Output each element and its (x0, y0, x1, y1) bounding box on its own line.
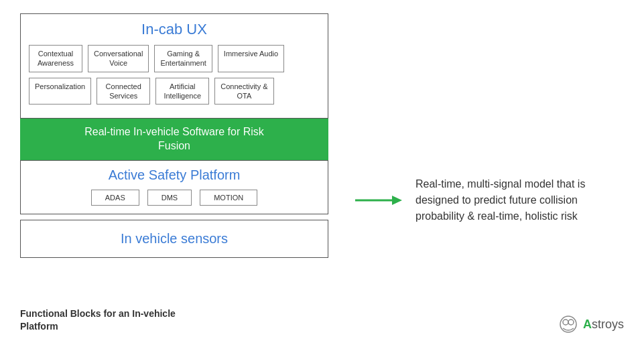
cell-gaming: Gaming &Entertainment (154, 45, 212, 72)
left-panel: In-cab UX ContextualAwareness Conversati… (20, 13, 328, 334)
cell-motion: MOTION (200, 190, 257, 206)
incab-row-2: Personalization ConnectedServices Artifi… (29, 78, 320, 105)
green-bar: Real-time In-vehicle Software for RiskFu… (20, 119, 328, 160)
right-section: Real-time, multi-signal model that is de… (355, 13, 624, 334)
footer-text: Functional Blocks for an In-vehicle Plat… (20, 307, 176, 334)
safety-title: Active Safety Platform (29, 167, 320, 183)
svg-point-4 (568, 320, 574, 325)
footer: Functional Blocks for an In-vehicle Plat… (20, 307, 176, 334)
cell-immersive: Immersive Audio (218, 45, 284, 72)
cell-adas: ADAS (91, 190, 139, 206)
cell-conversational: ConversationalVoice (88, 45, 149, 72)
incab-box: In-cab UX ContextualAwareness Conversati… (20, 13, 328, 119)
logo-name: Astroys (583, 318, 624, 332)
arrow-icon (355, 192, 402, 208)
logo-icon (559, 315, 578, 334)
logo-area: Astroys (559, 315, 624, 334)
sensors-box: In vehicle sensors (20, 220, 328, 258)
incab-row-1: ContextualAwareness ConversationalVoice … (29, 45, 320, 72)
cell-connected: ConnectedServices (96, 78, 150, 105)
sensors-title: In vehicle sensors (29, 231, 320, 247)
cell-connectivity: Connectivity &OTA (214, 78, 273, 105)
safety-box: Active Safety Platform ADAS DMS MOTION (20, 160, 328, 214)
description-text: Real-time, multi-signal model that is de… (415, 176, 603, 224)
cell-dms: DMS (147, 190, 192, 206)
cell-ai: ArtificialIntelligence (155, 78, 209, 105)
svg-marker-1 (392, 196, 402, 205)
arrow-container (355, 192, 402, 208)
cell-contextual: ContextualAwareness (29, 45, 82, 72)
safety-row: ADAS DMS MOTION (29, 190, 320, 206)
cell-personalization: Personalization (29, 78, 91, 105)
incab-title: In-cab UX (29, 21, 320, 38)
svg-point-3 (563, 320, 568, 325)
